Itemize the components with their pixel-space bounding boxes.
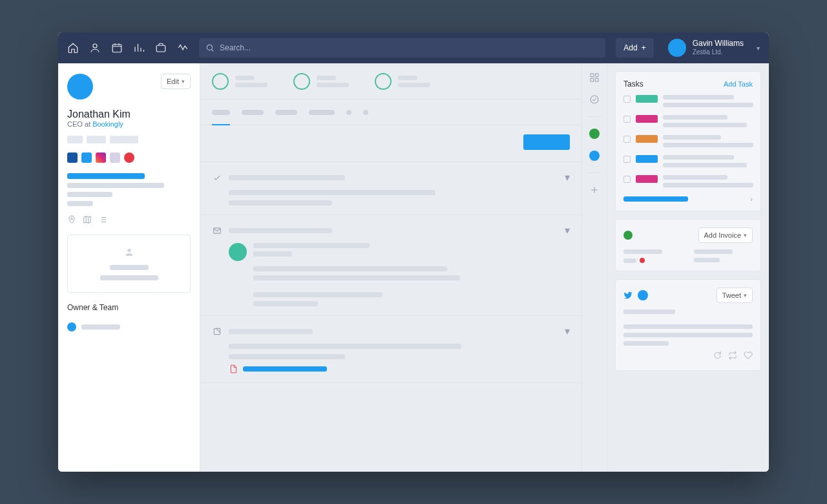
- user-menu[interactable]: Gavin Williams Zestia Ltd. ▾: [664, 39, 760, 57]
- note-icon: [212, 326, 222, 337]
- chevron-down-icon[interactable]: ▾: [565, 325, 570, 337]
- tweet-button[interactable]: Tweet ▾: [717, 288, 753, 303]
- tag-pill[interactable]: [110, 136, 138, 143]
- tasks-panel: Tasks Add Task: [615, 71, 761, 211]
- user-avatar: [668, 39, 686, 57]
- tag-pill[interactable]: [87, 136, 106, 143]
- social-icon[interactable]: [124, 152, 134, 163]
- tab[interactable]: [275, 110, 297, 115]
- home-icon[interactable]: [67, 42, 79, 54]
- feed-item: ▾: [200, 316, 581, 383]
- compose-area[interactable]: [200, 125, 581, 162]
- list-icon[interactable]: [98, 215, 107, 227]
- activity-feed: ▾ ▾: [200, 162, 581, 472]
- svg-point-0: [93, 44, 97, 48]
- task-checkbox[interactable]: [623, 156, 631, 163]
- search-icon: [205, 43, 215, 52]
- tag-pill[interactable]: [67, 136, 83, 143]
- feed-item: ▾: [200, 162, 581, 215]
- like-icon[interactable]: [744, 351, 753, 362]
- edit-button[interactable]: Edit ▾: [161, 74, 191, 89]
- rail-dot[interactable]: [588, 127, 601, 140]
- chevron-down-icon: ▾: [757, 45, 760, 52]
- location-icon[interactable]: [67, 215, 76, 227]
- reports-icon[interactable]: [133, 42, 145, 54]
- twitter-icon[interactable]: [81, 152, 92, 163]
- search-bar[interactable]: [199, 38, 605, 58]
- calendar-icon[interactable]: [111, 42, 123, 54]
- grid-icon[interactable]: [588, 71, 601, 84]
- search-input[interactable]: [220, 43, 599, 52]
- plus-icon: +: [642, 43, 646, 52]
- social-icons: [67, 152, 191, 163]
- contact-company-link[interactable]: Bookingly: [92, 120, 123, 128]
- task-checkbox[interactable]: [623, 116, 631, 123]
- check-icon: [212, 173, 222, 183]
- side-rail: [581, 63, 607, 472]
- task-checkbox[interactable]: [623, 96, 631, 103]
- tab[interactable]: [309, 110, 335, 115]
- task-tag: [636, 135, 658, 143]
- svg-rect-1: [112, 45, 121, 52]
- twitter-panel: Tweet ▾: [615, 279, 761, 371]
- tracks-header: [200, 63, 581, 100]
- contact-avatar[interactable]: [67, 74, 93, 100]
- tab-dot[interactable]: [346, 110, 351, 115]
- twitter-avatar[interactable]: [638, 290, 648, 300]
- task-checkbox[interactable]: [623, 176, 631, 183]
- social-icon[interactable]: [110, 152, 120, 163]
- add-button[interactable]: Add +: [616, 38, 653, 58]
- owner-name: [81, 324, 120, 330]
- attachment-link: [243, 366, 327, 372]
- add-task-button[interactable]: Add Task: [724, 80, 753, 88]
- progress-ring-icon: [293, 73, 310, 90]
- check-circle-icon[interactable]: [588, 93, 601, 106]
- svg-rect-9: [595, 74, 598, 77]
- task-checkbox[interactable]: [623, 136, 631, 143]
- related-card: [67, 235, 191, 293]
- cases-icon[interactable]: [155, 42, 167, 54]
- rail-dot[interactable]: [588, 149, 601, 162]
- task-tag: [636, 95, 658, 103]
- task-row[interactable]: [623, 175, 753, 187]
- status-dot-icon: [640, 258, 645, 263]
- nav-icons: [67, 42, 189, 54]
- svg-point-4: [71, 218, 73, 220]
- person-icon[interactable]: [89, 42, 101, 54]
- detail-line: [67, 183, 164, 188]
- team-row[interactable]: [67, 322, 191, 331]
- track-item[interactable]: [375, 73, 430, 90]
- message-avatar[interactable]: [229, 243, 247, 261]
- tab[interactable]: [212, 110, 230, 115]
- top-nav: Add + Gavin Williams Zestia Ltd. ▾: [58, 32, 769, 63]
- track-item[interactable]: [293, 73, 349, 90]
- facebook-icon[interactable]: [67, 152, 78, 163]
- attachment[interactable]: [229, 364, 570, 373]
- task-row[interactable]: [623, 155, 753, 167]
- task-row[interactable]: [623, 135, 753, 147]
- add-button-label: Add: [623, 43, 637, 52]
- add-icon[interactable]: [588, 184, 601, 196]
- chevron-down-icon[interactable]: ▾: [565, 171, 570, 184]
- progress-ring-icon: [212, 73, 229, 90]
- task-row[interactable]: [623, 95, 753, 107]
- detail-link[interactable]: [67, 173, 145, 179]
- owner-team-label: Owner & Team: [67, 303, 191, 312]
- task-tag: [636, 115, 658, 123]
- tab[interactable]: [242, 110, 264, 115]
- send-button[interactable]: [523, 134, 570, 150]
- view-all-tasks[interactable]: ›: [623, 195, 753, 203]
- tab-dot[interactable]: [363, 110, 368, 115]
- chevron-down-icon[interactable]: ▾: [565, 224, 570, 236]
- reply-icon[interactable]: [713, 351, 722, 362]
- track-item[interactable]: [212, 73, 267, 90]
- retweet-icon[interactable]: [728, 351, 737, 362]
- activity-icon[interactable]: [177, 42, 189, 54]
- map-icon[interactable]: [83, 215, 92, 227]
- instagram-icon[interactable]: [96, 152, 106, 163]
- svg-point-5: [127, 249, 131, 252]
- email-icon: [212, 226, 222, 236]
- add-invoice-button[interactable]: Add Invoice ▾: [698, 227, 753, 243]
- contact-name: Jonathan Kim: [67, 109, 191, 120]
- task-row[interactable]: [623, 115, 753, 127]
